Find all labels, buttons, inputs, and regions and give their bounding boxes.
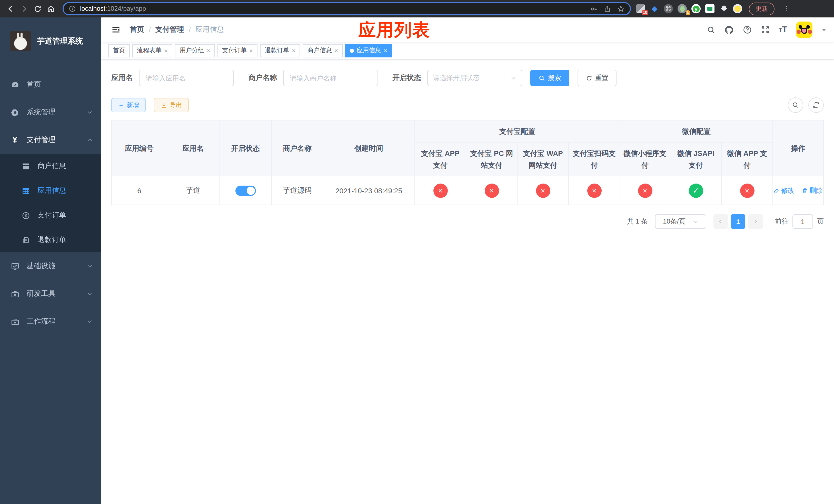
dashboard-icon (10, 80, 20, 89)
browser-reload-icon[interactable] (31, 2, 44, 15)
extension-blue-diamond-icon[interactable]: 10 (636, 4, 645, 13)
status-cross-icon: × (536, 183, 550, 198)
sidebar-item-merchant-info[interactable]: 商户信息 (0, 154, 101, 178)
tab-refund-order[interactable]: 退款订单 × (260, 44, 300, 57)
close-icon[interactable]: × (292, 47, 295, 54)
close-icon[interactable]: × (249, 47, 253, 54)
browser-menu-icon[interactable]: ⋮ (783, 5, 789, 12)
close-icon[interactable]: × (334, 47, 338, 54)
tab-label: 商户信息 (307, 46, 332, 55)
app-logo (10, 31, 31, 51)
sidebar-item-app-info[interactable]: 应用信息 (0, 178, 101, 203)
breadcrumb-home[interactable]: 首页 (130, 25, 144, 35)
sidebar-logo-row[interactable]: 芋道管理系统 (0, 18, 101, 58)
refresh-table-button[interactable] (808, 97, 824, 113)
sidebar-item-payment[interactable]: ¥ 支付管理 (0, 126, 101, 154)
reset-button[interactable]: 重置 (577, 70, 616, 86)
tab-merchant-info[interactable]: 商户信息 × (303, 44, 343, 57)
status-select[interactable]: 请选择开启状态 (427, 70, 522, 86)
breadcrumb-payment[interactable]: 支付管理 (155, 25, 184, 35)
cell-created: 2021-10-23 08:49:25 (323, 176, 415, 205)
prev-page-button[interactable] (714, 214, 728, 229)
page-title-annotation: 应用列表 (358, 19, 430, 42)
extension-gem-icon[interactable]: ◆ (650, 4, 659, 13)
app-name-input[interactable] (139, 70, 234, 86)
tab-app-info[interactable]: 应用信息 × (345, 44, 392, 57)
user-avatar[interactable] (796, 22, 812, 38)
extension-chat-icon[interactable] (705, 4, 715, 13)
font-size-icon[interactable]: TT (778, 25, 787, 35)
bookmark-star-icon[interactable] (617, 5, 625, 13)
sidebar-item-dev-tools[interactable]: 研发工具 (0, 280, 101, 307)
col-app-id: 应用编号 (112, 120, 167, 176)
plus-icon: ＋ (118, 101, 124, 110)
extension-green-dot-icon[interactable]: 1 (678, 4, 687, 13)
sidebar-item-refund-order[interactable]: 退款订单 (0, 228, 101, 252)
address-bar[interactable]: localhost:1024/pay/app (63, 2, 631, 15)
password-key-icon[interactable] (590, 5, 597, 13)
browser-forward-icon[interactable] (18, 2, 31, 15)
sidebar-collapse-icon[interactable] (111, 25, 120, 35)
app-table: 应用编号 应用名 开启状态 商户名称 创建时间 支付宝配置 微信配置 操作 支付… (111, 120, 824, 205)
chevron-up-icon (87, 137, 93, 143)
close-icon[interactable]: × (384, 47, 387, 54)
share-icon[interactable] (604, 5, 611, 13)
current-page[interactable]: 1 (731, 214, 745, 229)
breadcrumb: 首页 / 支付管理 / 应用信息 (130, 25, 224, 35)
sidebar-item-system[interactable]: 系统管理 (0, 98, 101, 126)
add-button[interactable]: ＋ 新增 (111, 98, 146, 112)
browser-back-icon[interactable] (4, 2, 18, 15)
sidebar-item-pay-order[interactable]: 支付订单 (0, 203, 101, 228)
delete-link[interactable]: 删除 (802, 186, 823, 195)
close-icon[interactable]: × (207, 47, 210, 54)
site-info-icon[interactable] (69, 5, 76, 12)
page-size-select[interactable]: 10条/页 (655, 214, 706, 229)
yen-icon: ¥ (10, 135, 20, 145)
tab-home[interactable]: 首页 (108, 44, 130, 57)
sidebar-item-workflow[interactable]: 工作流程 (0, 307, 101, 335)
tab-pay-order[interactable]: 支付订单 × (218, 44, 258, 57)
sidebar-item-label: 首页 (27, 80, 93, 89)
github-icon[interactable] (724, 25, 734, 35)
sidebar-item-infrastructure[interactable]: 基础设施 (0, 252, 101, 280)
user-menu-caret-icon[interactable] (821, 27, 827, 32)
export-button[interactable]: 导出 (154, 98, 189, 112)
toggle-search-button[interactable] (788, 97, 803, 113)
goto-page-input[interactable] (792, 214, 813, 229)
table-toolbar: ＋ 新增 导出 (111, 97, 824, 113)
chrome-update-button[interactable]: 更新 (749, 2, 774, 15)
merchant-name-input[interactable] (283, 70, 378, 86)
cell-wx-app: × (721, 176, 773, 205)
header-search-icon[interactable] (707, 25, 716, 34)
tags-view: 首页 流程表单 × 用户分组 × 支付订单 × 退款订单 × (101, 42, 834, 60)
breadcrumb-separator: / (149, 26, 151, 34)
status-cross-icon: × (638, 183, 652, 198)
browser-home-icon[interactable] (44, 2, 58, 15)
app-name-label: 应用名 (111, 73, 133, 83)
edit-pencil-icon (773, 187, 780, 193)
next-page-button[interactable] (748, 214, 763, 229)
edit-link[interactable]: 修改 (773, 186, 794, 195)
close-icon[interactable]: × (164, 47, 168, 54)
col-alipay-wap: 支付宝 WAP 网站支付 (517, 142, 569, 176)
fullscreen-icon[interactable] (761, 25, 770, 35)
status-label: 开启状态 (392, 73, 421, 83)
tab-user-group[interactable]: 用户分组 × (175, 44, 215, 57)
profile-avatar-icon[interactable] (733, 4, 742, 13)
tab-process-form[interactable]: 流程表单 × (132, 44, 172, 57)
app-header: 首页 / 支付管理 / 应用信息 应用列表 (101, 18, 834, 42)
url-text[interactable]: localhost:1024/pay/app (80, 5, 584, 12)
sidebar-item-label: 退款订单 (38, 235, 93, 245)
status-check-icon: ✓ (688, 183, 703, 198)
search-button[interactable]: 搜索 (530, 70, 569, 86)
extension-yudao-icon[interactable] (692, 4, 701, 13)
sidebar-item-label: 系统管理 (27, 108, 87, 117)
extension-command-icon[interactable]: ⌘ (664, 4, 673, 13)
sidebar-item-home[interactable]: 首页 (0, 71, 101, 98)
extensions-puzzle-icon[interactable] (719, 4, 728, 13)
help-question-icon[interactable] (743, 25, 752, 35)
status-toggle[interactable] (235, 185, 256, 196)
app-title: 芋道管理系统 (37, 36, 83, 46)
col-wx-app: 微信 APP 支付 (721, 142, 773, 176)
cell-status (219, 176, 271, 205)
